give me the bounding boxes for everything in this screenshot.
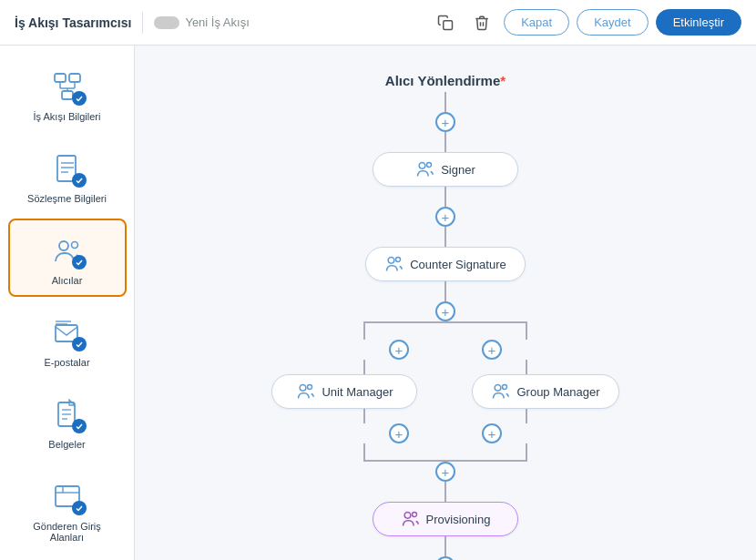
branch-nodes-row: Unit Manager Group Manager — [271, 374, 618, 409]
svg-point-26 — [388, 258, 394, 264]
gonderen-icon-wrap — [46, 475, 88, 517]
sidebar-item-alicilar[interactable]: Alıcılar — [8, 219, 127, 297]
merge-spacer — [365, 443, 526, 462]
sidebar-item-belgeler[interactable]: Belgeler — [8, 382, 127, 461]
sidebar-item-epostalar[interactable]: E-postalar — [8, 300, 127, 379]
add-button-left-bottom[interactable]: + — [389, 423, 409, 443]
add-button-right[interactable]: + — [482, 340, 502, 360]
counter-signature-label: Counter Signature — [410, 258, 506, 271]
is-akisi-badge — [72, 91, 87, 106]
epostalar-badge — [72, 337, 87, 351]
add-button-1[interactable]: + — [435, 112, 455, 132]
sidebar-label-gonderen: Gönderen Giriş Alanları — [17, 521, 117, 543]
svg-point-27 — [396, 258, 401, 262]
main-layout: İş Akışı Bilgileri Sözleşme Bilgileri — [0, 46, 756, 560]
counter-signature-icon — [384, 255, 403, 273]
app-title: İş Akışı Tasarımcısı — [15, 15, 131, 30]
merge-v-lines — [291, 409, 600, 423]
arrow-4 — [444, 227, 446, 247]
svg-rect-1 — [55, 74, 66, 82]
svg-rect-0 — [444, 20, 453, 29]
workflow-subtitle: Yeni İş Akışı — [154, 15, 249, 29]
save-button[interactable]: Kaydet — [577, 9, 648, 36]
counter-signature-node[interactable]: Counter Signature — [365, 247, 526, 281]
is-akisi-icon-wrap — [46, 66, 88, 107]
add-button-left[interactable]: + — [389, 340, 409, 360]
svg-rect-3 — [62, 91, 73, 99]
arrow-1 — [444, 92, 446, 112]
add-button-2[interactable]: + — [435, 207, 455, 227]
branch-section: + + Unit Manager — [218, 321, 673, 462]
branch-v-right — [526, 321, 527, 340]
belgeler-badge — [72, 419, 87, 433]
provisioning-icon — [401, 510, 419, 528]
group-manager-node[interactable]: Group Manager — [472, 374, 618, 409]
arrow-6 — [444, 482, 446, 502]
branch-plus-bottom-row: + + — [291, 423, 600, 443]
branch-plus-row: + + — [291, 340, 600, 360]
workflow-name: Yeni İş Akışı — [185, 15, 249, 29]
flow-canvas: Alıcı Yönlendirme* + Signer + — [135, 46, 756, 560]
svg-point-31 — [503, 385, 507, 390]
activate-button[interactable]: Etkinleştir — [656, 9, 741, 36]
toggle-switch[interactable] — [154, 16, 179, 29]
sozlesme-badge — [72, 173, 87, 188]
arrow-7 — [444, 536, 446, 556]
branch-spacer — [365, 321, 526, 340]
merge-v-right — [526, 409, 527, 423]
add-button-final[interactable]: + — [435, 556, 455, 560]
unit-manager-icon — [296, 382, 314, 401]
arrow-2 — [444, 132, 446, 152]
svg-point-13 — [71, 242, 77, 249]
svg-point-29 — [308, 385, 312, 390]
arrow-5 — [444, 281, 446, 301]
add-button-3[interactable]: + — [435, 301, 455, 321]
flow-diagram: Alıcı Yönlendirme* + Signer + — [218, 64, 673, 560]
epostalar-icon-wrap — [46, 311, 88, 353]
svg-rect-2 — [69, 74, 80, 82]
merge-h-line — [363, 460, 527, 462]
copy-button[interactable] — [431, 8, 460, 37]
sidebar: İş Akışı Bilgileri Sözleşme Bilgileri — [0, 46, 135, 560]
header-actions: Kapat Kaydet Etkinleştir — [431, 8, 741, 37]
add-button-after-branch[interactable]: + — [435, 462, 455, 482]
merge-v-left — [363, 409, 365, 423]
svg-point-24 — [419, 163, 425, 169]
belgeler-icon-wrap — [46, 393, 88, 435]
sidebar-item-gonderen[interactable]: Gönderen Giriş Alanları — [8, 464, 127, 554]
signer-node[interactable]: Signer — [373, 152, 518, 187]
unit-manager-label: Unit Manager — [322, 385, 393, 399]
app-header: İş Akışı Tasarımcısı Yeni İş Akışı Kapat… — [0, 0, 756, 46]
sidebar-label-epostalar: E-postalar — [44, 357, 89, 368]
branch-v-left-2 — [363, 360, 365, 374]
svg-point-12 — [59, 241, 68, 250]
close-button[interactable]: Kapat — [504, 9, 569, 36]
signer-label: Signer — [441, 163, 475, 177]
branch-v-lines — [291, 360, 600, 374]
merge-v-right-2 — [526, 443, 527, 462]
provisioning-node[interactable]: Provisioning — [373, 502, 518, 536]
gonderen-badge — [72, 501, 87, 515]
sidebar-item-sozlesme[interactable]: Sözleşme Bilgileri — [8, 137, 127, 215]
svg-point-28 — [301, 385, 307, 392]
svg-point-25 — [427, 163, 432, 168]
svg-point-32 — [404, 513, 411, 519]
alicilar-badge — [72, 255, 87, 270]
add-button-right-bottom[interactable]: + — [482, 423, 502, 443]
branch-v-right-2 — [526, 360, 527, 374]
signer-icon — [415, 160, 434, 178]
svg-point-30 — [495, 385, 502, 392]
sidebar-item-is-akisi[interactable]: İş Akışı Bilgileri — [8, 55, 127, 133]
flow-title: Alıcı Yönlendirme* — [385, 73, 506, 88]
sidebar-label-is-akisi: İş Akışı Bilgileri — [34, 111, 101, 122]
group-manager-label: Group Manager — [516, 385, 599, 399]
sidebar-label-belgeler: Belgeler — [48, 439, 85, 450]
delete-button[interactable] — [467, 8, 496, 37]
group-manager-icon — [491, 382, 509, 401]
sozlesme-icon-wrap — [46, 148, 88, 189]
alicilar-icon-wrap — [46, 229, 88, 271]
svg-point-33 — [412, 513, 416, 517]
branch-split-line — [291, 321, 600, 340]
sidebar-label-alicilar: Alıcılar — [52, 275, 83, 286]
unit-manager-node[interactable]: Unit Manager — [271, 374, 417, 409]
